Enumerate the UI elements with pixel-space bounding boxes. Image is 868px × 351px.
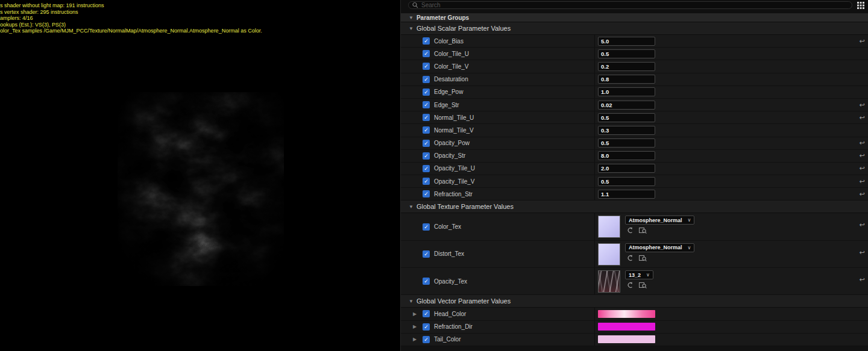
- param-checkbox[interactable]: ✓: [423, 310, 430, 317]
- param-value-input[interactable]: 5.0: [598, 37, 655, 46]
- texture-asset-dropdown[interactable]: Atmosphere_Normal∨: [625, 216, 694, 225]
- param-row-head-color: ▶ ✓ Head_Color: [401, 308, 868, 320]
- param-row-normal-tile-v: ✓Normal_Tile_V 0.3: [401, 124, 868, 137]
- texture-thumbnail[interactable]: [598, 216, 620, 238]
- param-label: Desaturation: [434, 76, 468, 82]
- texture-asset-name: 13_2: [629, 272, 641, 278]
- param-checkbox[interactable]: ✓: [423, 190, 430, 197]
- expand-arrow-icon[interactable]: ▶: [413, 324, 423, 329]
- param-checkbox[interactable]: ✓: [423, 140, 430, 147]
- param-checkbox[interactable]: ✓: [423, 50, 430, 57]
- collapse-arrow-icon[interactable]: ▼: [409, 204, 414, 210]
- param-checkbox[interactable]: ✓: [423, 336, 430, 343]
- param-checkbox[interactable]: ✓: [423, 63, 430, 70]
- collapse-arrow-icon[interactable]: ▼: [409, 299, 414, 304]
- texture-section-header[interactable]: ▼ Global Texture Parameter Values: [401, 200, 868, 213]
- reset-to-default-icon[interactable]: ↩: [856, 188, 868, 200]
- param-value-input[interactable]: 0.5: [598, 177, 655, 186]
- param-value-input[interactable]: 1.0: [598, 87, 655, 96]
- reset-spacer: [856, 308, 868, 320]
- param-checkbox[interactable]: ✓: [423, 165, 430, 172]
- texture-thumbnail[interactable]: [598, 270, 620, 293]
- texture-asset-dropdown[interactable]: Atmosphere_Normal∨: [625, 243, 694, 252]
- param-value-input[interactable]: 0.5: [598, 138, 655, 148]
- param-checkbox[interactable]: ✓: [423, 152, 430, 160]
- browse-to-asset-icon[interactable]: [639, 227, 647, 234]
- collapse-arrow-icon[interactable]: ▼: [409, 15, 414, 20]
- param-checkbox[interactable]: ✓: [423, 101, 430, 108]
- reset-spacer: [856, 73, 868, 85]
- reset-to-default-icon[interactable]: ↩: [856, 241, 868, 267]
- search-field[interactable]: [421, 2, 848, 8]
- expand-arrow-icon[interactable]: ▶: [413, 311, 423, 317]
- reset-to-default-icon[interactable]: ↩: [856, 213, 868, 240]
- texture-section-label: Global Texture Parameter Values: [417, 203, 514, 210]
- use-selected-asset-icon[interactable]: [626, 255, 634, 261]
- expand-arrow-icon[interactable]: ▶: [413, 337, 423, 342]
- param-checkbox[interactable]: ✓: [423, 126, 430, 134]
- color-swatch[interactable]: [598, 323, 655, 331]
- reset-spacer: [856, 321, 868, 333]
- param-checkbox[interactable]: ✓: [423, 178, 430, 185]
- reset-to-default-icon[interactable]: ↩: [856, 163, 868, 175]
- reset-to-default-icon[interactable]: ↩: [856, 99, 868, 111]
- vector-section-header[interactable]: ▼ Global Vector Parameter Values: [401, 295, 868, 308]
- param-value-input[interactable]: 0.5: [598, 49, 655, 58]
- param-value-input[interactable]: 0.8: [598, 75, 655, 84]
- param-row-refraction-str: ✓Refraction_Str 1.1 ↩: [401, 188, 868, 200]
- param-value-input[interactable]: 1.1: [598, 190, 655, 199]
- texture-asset-dropdown[interactable]: 13_2∨: [625, 270, 653, 279]
- param-checkbox[interactable]: ✓: [423, 89, 430, 96]
- chevron-down-icon: ∨: [688, 245, 691, 250]
- scalar-section-header[interactable]: ▼ Global Scalar Parameter Values: [401, 22, 868, 35]
- use-selected-asset-icon[interactable]: [626, 227, 634, 234]
- param-checkbox[interactable]: ✓: [423, 323, 430, 331]
- reset-to-default-icon[interactable]: ↩: [856, 35, 868, 47]
- param-value-input[interactable]: 0.3: [598, 126, 655, 135]
- param-label: Color_Bias: [434, 38, 464, 45]
- use-selected-asset-icon[interactable]: [626, 282, 634, 288]
- reset-to-default-icon[interactable]: ↩: [856, 111, 868, 123]
- browse-to-asset-icon[interactable]: [639, 255, 647, 261]
- param-value-input[interactable]: 0.02: [598, 101, 655, 110]
- param-checkbox[interactable]: ✓: [423, 278, 430, 285]
- reset-spacer: [856, 60, 868, 72]
- reset-to-default-icon[interactable]: ↩: [856, 150, 868, 162]
- texture-thumbnail[interactable]: [598, 243, 620, 266]
- param-value-input[interactable]: 0.5: [598, 113, 655, 122]
- details-panel: ▼ Parameter Groups ▼ Global Scalar Param…: [400, 0, 868, 351]
- material-instance-editor: s shader without light map: 191 instruct…: [0, 0, 868, 351]
- scalar-section-label: Global Scalar Parameter Values: [417, 25, 511, 32]
- view-options-icon[interactable]: [857, 2, 864, 9]
- param-row-refraction-dir: ▶ ✓ Refraction_Dir: [401, 321, 868, 334]
- collapse-arrow-icon[interactable]: ▼: [409, 26, 414, 31]
- reset-to-default-icon[interactable]: ↩: [856, 137, 868, 149]
- param-label: Color_Tile_U: [434, 51, 469, 57]
- stat-line: olor_Tex samples /Game/MJM_PCC/Texture/N…: [0, 28, 262, 34]
- reset-to-default-icon[interactable]: ↩: [856, 268, 868, 294]
- param-value-input[interactable]: 2.0: [598, 164, 655, 173]
- color-swatch[interactable]: [598, 310, 655, 318]
- preview-viewport[interactable]: s shader without light map: 191 instruct…: [0, 0, 400, 351]
- param-checkbox[interactable]: ✓: [423, 223, 430, 231]
- param-checkbox[interactable]: ✓: [423, 114, 430, 121]
- param-label: Color_Tex: [434, 223, 461, 230]
- param-value-input[interactable]: 8.0: [598, 151, 655, 160]
- param-label: Opacity_Tile_V: [434, 178, 474, 185]
- color-swatch[interactable]: [598, 335, 655, 343]
- param-value-input[interactable]: 0.2: [598, 62, 655, 71]
- browse-to-asset-icon[interactable]: [639, 282, 647, 288]
- param-row-color-tile-u: ✓Color_Tile_U 0.5: [401, 48, 868, 60]
- param-label: Edge_Pow: [434, 89, 463, 95]
- panel-bottom-fill: [401, 346, 868, 351]
- param-checkbox[interactable]: ✓: [423, 76, 430, 83]
- preview-vignette: [117, 92, 285, 287]
- param-label: Opacity_Pow: [434, 140, 470, 146]
- param-checkbox[interactable]: ✓: [423, 250, 430, 258]
- param-row-distort-tex: ✓Distort_Tex Atmosphere_Normal∨ ↩: [401, 241, 868, 268]
- param-checkbox[interactable]: ✓: [423, 37, 430, 45]
- search-input[interactable]: [408, 1, 852, 9]
- parameter-groups-header[interactable]: ▼ Parameter Groups: [401, 13, 868, 22]
- reset-to-default-icon[interactable]: ↩: [856, 175, 868, 187]
- param-label: Normal_Tile_U: [434, 114, 474, 121]
